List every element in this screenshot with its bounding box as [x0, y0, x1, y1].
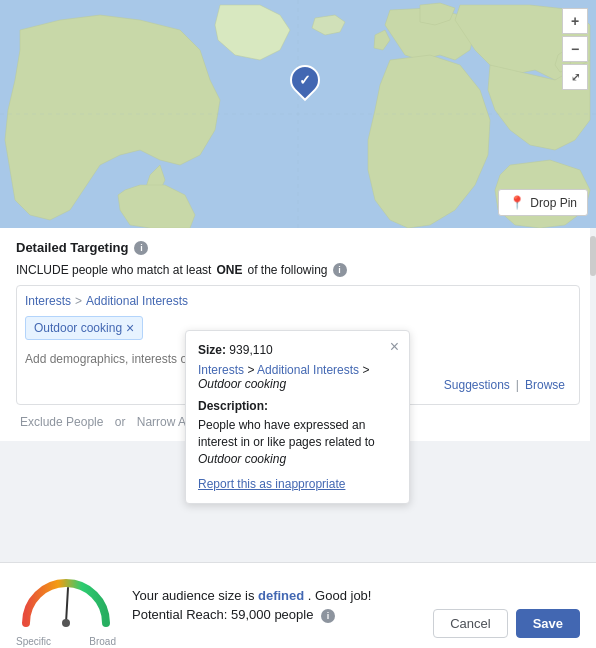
zoom-out-button[interactable]: − [562, 36, 588, 62]
tooltip-size-row: Size: 939,110 [198, 343, 397, 357]
fullscreen-button[interactable]: ⤢ [562, 64, 588, 90]
include-text-after: of the following [247, 263, 327, 277]
outdoor-cooking-tag[interactable]: Outdoor cooking × [25, 316, 143, 340]
defined-badge: defined [258, 588, 304, 603]
browse-button[interactable]: Browse [519, 374, 571, 396]
tooltip-popup: × Size: 939,110 Interests > Additional I… [185, 330, 410, 504]
breadcrumb-sep1: > [75, 294, 82, 308]
tag-label: Outdoor cooking [34, 321, 122, 335]
or-text: or [115, 415, 126, 429]
tooltip-interests-row: Interests > Additional Interests > Outdo… [198, 363, 397, 391]
breadcrumb-row: Interests > Additional Interests [25, 294, 571, 308]
tooltip-description-label: Description: [198, 399, 397, 413]
map-container: ✓ + − ⤢ 📍 Drop Pin [0, 0, 596, 228]
pin-icon: 📍 [509, 195, 525, 210]
tooltip-size-label: Size: [198, 343, 226, 357]
drop-pin-button[interactable]: 📍 Drop Pin [498, 189, 588, 216]
svg-line-3 [66, 588, 68, 623]
tooltip-close-button[interactable]: × [390, 339, 399, 355]
gauge-specific-label: Specific [16, 636, 51, 647]
tooltip-size-value: 939,110 [229, 343, 272, 357]
drop-pin-label: Drop Pin [530, 196, 577, 210]
tooltip-additional-link[interactable]: Additional Interests [257, 363, 359, 377]
gauge-container: Specific Broad [16, 573, 116, 638]
include-row: INCLUDE people who match at least ONE of… [16, 263, 580, 277]
gauge-labels: Specific Broad [16, 636, 116, 647]
location-marker: ✓ [290, 65, 320, 95]
suggestions-button[interactable]: Suggestions [438, 374, 516, 396]
exclude-people-link[interactable]: Exclude People [20, 415, 103, 429]
detailed-targeting-info-icon[interactable]: i [134, 241, 148, 255]
svg-point-4 [62, 619, 70, 627]
tooltip-item-label: Outdoor cooking [198, 377, 286, 391]
breadcrumb-additional[interactable]: Additional Interests [86, 294, 188, 308]
include-info-icon[interactable]: i [333, 263, 347, 277]
reach-info-icon[interactable]: i [321, 609, 335, 623]
save-button[interactable]: Save [516, 609, 580, 638]
scroll-thumb[interactable] [590, 236, 596, 276]
detailed-targeting-row: Detailed Targeting i [16, 240, 580, 255]
cancel-button[interactable]: Cancel [433, 609, 507, 638]
include-text-before: INCLUDE people who match at least [16, 263, 211, 277]
breadcrumb-interests[interactable]: Interests [25, 294, 71, 308]
tooltip-report-link[interactable]: Report this as inappropriate [198, 477, 397, 491]
tooltip-description-text: People who have expressed an interest in… [198, 417, 397, 467]
gauge-broad-label: Broad [89, 636, 116, 647]
scroll-area [590, 228, 596, 548]
audience-size-text: Your audience size is defined . Good job… [132, 588, 580, 603]
tooltip-interests-link[interactable]: Interests [198, 363, 244, 377]
map-controls: + − ⤢ [562, 8, 588, 90]
action-buttons: Cancel Save [433, 609, 580, 638]
detailed-targeting-label: Detailed Targeting [16, 240, 128, 255]
include-text-bold: ONE [216, 263, 242, 277]
zoom-in-button[interactable]: + [562, 8, 588, 34]
tag-close-icon[interactable]: × [126, 320, 134, 336]
